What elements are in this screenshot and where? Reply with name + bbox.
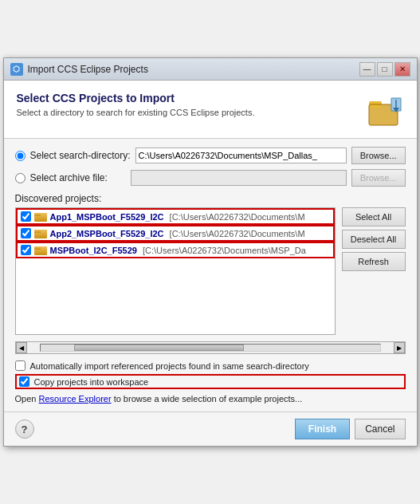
- folder-icon-1: [34, 211, 47, 222]
- search-dir-radio[interactable]: [15, 151, 26, 161]
- link-suffix: to browse a wide selection of example pr…: [114, 394, 303, 404]
- project-item: MSPBoot_I2C_F5529 [C:\Users\A0226732\Doc…: [16, 242, 335, 258]
- discovered-label: Discovered projects:: [15, 193, 406, 204]
- import-icon: [366, 92, 404, 130]
- title-bar-left: ⬡ Import CCS Eclipse Projects: [10, 63, 148, 76]
- content-area: Select search-directory: Browse... Selec…: [4, 139, 417, 411]
- project-name-2: App2_MSPBoot_F5529_I2C: [50, 229, 164, 238]
- title-bar: ⬡ Import CCS Eclipse Projects — □ ✕: [4, 58, 417, 81]
- auto-import-row: Automatically import referenced projects…: [15, 360, 406, 371]
- search-dir-input[interactable]: [135, 148, 347, 163]
- search-dir-label[interactable]: Select search-directory:: [30, 150, 131, 161]
- window-controls: — □ ✕: [359, 62, 410, 77]
- project-path-2: [C:\Users\A0226732\Documents\M: [167, 229, 305, 238]
- archive-input[interactable]: [131, 170, 347, 186]
- finish-button[interactable]: Finish: [295, 419, 350, 439]
- folder-icon-3: [34, 245, 47, 255]
- project-name-3: MSPBoot_I2C_F5529: [50, 246, 137, 255]
- scroll-right-arrow[interactable]: ▶: [394, 342, 405, 353]
- refresh-button[interactable]: Refresh: [342, 252, 406, 271]
- archive-label[interactable]: Select archive file:: [30, 172, 126, 183]
- project-item: App1_MSPBoot_F5529_I2C [C:\Users\A022673…: [16, 208, 335, 225]
- resource-explorer-link[interactable]: Resource Explorer: [38, 394, 111, 404]
- horizontal-scrollbar[interactable]: ◀ ▶: [15, 341, 406, 354]
- browse-dir-button[interactable]: Browse...: [351, 147, 406, 164]
- project-checkbox-1[interactable]: [21, 211, 31, 222]
- folder-icon-2: [34, 228, 47, 238]
- copy-projects-checkbox[interactable]: [19, 376, 29, 387]
- project-checkbox-3[interactable]: [21, 245, 31, 255]
- deselect-all-button[interactable]: Deselect All: [342, 230, 406, 249]
- header-text: Select CCS Projects to Import Select a d…: [17, 92, 255, 117]
- projects-area: App1_MSPBoot_F5529_I2C [C:\Users\A022673…: [15, 207, 406, 335]
- project-item: App2_MSPBoot_F5529_I2C [C:\Users\A022673…: [16, 225, 335, 242]
- window-title: Import CCS Eclipse Projects: [28, 64, 148, 75]
- page-title: Select CCS Projects to Import: [17, 92, 255, 104]
- header-section: Select CCS Projects to Import Select a d…: [4, 81, 417, 139]
- project-checkbox-2[interactable]: [21, 228, 31, 238]
- page-subtitle: Select a directory to search for existin…: [17, 108, 255, 117]
- browse-archive-button[interactable]: Browse...: [351, 169, 406, 187]
- scrollbar-track[interactable]: [40, 344, 381, 352]
- scrollbar-thumb[interactable]: [74, 345, 244, 351]
- maximize-button[interactable]: □: [377, 62, 393, 77]
- main-window: ⬡ Import CCS Eclipse Projects — □ ✕ Sele…: [3, 57, 418, 447]
- resource-explorer-row: Open Resource Explorer to browse a wide …: [15, 394, 406, 404]
- archive-radio[interactable]: [15, 173, 26, 183]
- cancel-button[interactable]: Cancel: [355, 419, 405, 439]
- footer-buttons: Finish Cancel: [295, 419, 406, 439]
- project-path-3: [C:\Users\A0226732\Documents\MSP_Da: [140, 246, 306, 255]
- header-icon: [366, 92, 404, 130]
- copy-projects-row: Copy projects into workspace: [15, 374, 406, 389]
- footer: ? Finish Cancel: [4, 411, 417, 446]
- minimize-button[interactable]: —: [359, 62, 375, 77]
- archive-row: Select archive file: Browse...: [15, 169, 406, 187]
- auto-import-label: Automatically import referenced projects…: [30, 361, 309, 371]
- search-dir-row: Select search-directory: Browse...: [15, 147, 406, 164]
- copy-projects-label: Copy projects into workspace: [34, 377, 149, 387]
- project-name-1: App1_MSPBoot_F5529_I2C: [50, 212, 164, 222]
- project-buttons: Select All Deselect All Refresh: [342, 207, 406, 335]
- help-button[interactable]: ?: [15, 419, 34, 439]
- project-path-1: [C:\Users\A0226732\Documents\M: [167, 212, 305, 222]
- link-prefix: Open: [15, 394, 37, 404]
- close-button[interactable]: ✕: [394, 62, 410, 77]
- scroll-left-arrow[interactable]: ◀: [16, 342, 27, 353]
- select-all-button[interactable]: Select All: [342, 207, 406, 226]
- projects-list[interactable]: App1_MSPBoot_F5529_I2C [C:\Users\A022673…: [15, 207, 336, 335]
- app-icon: ⬡: [10, 63, 23, 76]
- auto-import-checkbox[interactable]: [15, 360, 26, 371]
